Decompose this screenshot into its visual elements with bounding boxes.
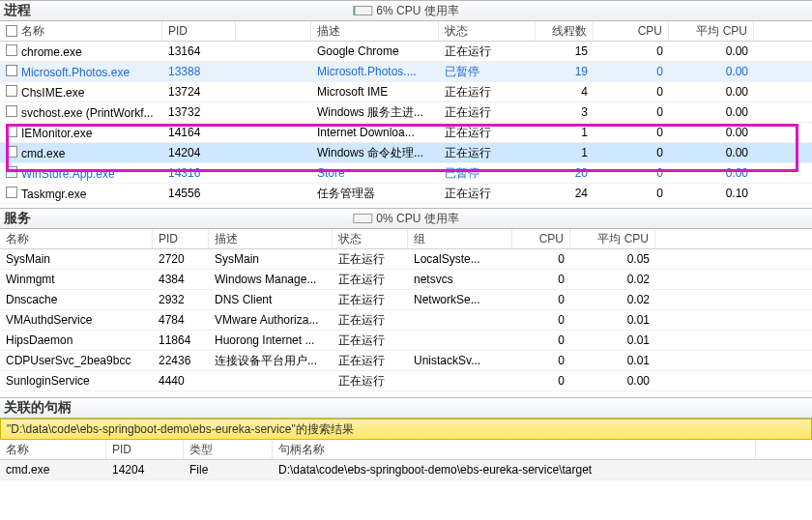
cell-cpu: 0 — [594, 85, 669, 99]
cell-desc: Google Chrome — [311, 44, 439, 58]
cell-pid: 4784 — [153, 313, 209, 327]
checkbox-icon[interactable] — [6, 105, 17, 117]
handles-columns[interactable]: 名称 PID 类型 句柄名称 — [0, 440, 812, 460]
cell-avgcpu: 0.05 — [570, 252, 655, 266]
cell-pid: 2720 — [153, 252, 209, 266]
cpu-usage-icon — [353, 214, 372, 223]
cell-pid: 2932 — [153, 293, 209, 306]
search-result-text: "D:\data\code\ebs-springboot-demo\ebs-eu… — [7, 421, 354, 438]
cell-avgcpu: 0.00 — [669, 44, 754, 58]
service-row[interactable]: SysMain2720SysMain正在运行LocalSyste...00.05 — [0, 249, 812, 270]
cell-cpu: 0 — [594, 187, 669, 200]
cell-status: 正在运行 — [333, 373, 408, 390]
cell-hname: D:\data\code\ebs-springboot-demo\ebs-eur… — [273, 463, 756, 477]
checkbox-icon[interactable] — [6, 65, 17, 76]
cell-status: 正在运行 — [333, 251, 408, 268]
checkbox-icon[interactable] — [6, 44, 17, 56]
checkbox-icon[interactable] — [6, 187, 17, 198]
cell-avgcpu: 0.10 — [669, 187, 754, 200]
cell-status: 正在运行 — [333, 332, 408, 349]
service-row[interactable]: Winmgmt4384Windows Manage...正在运行netsvcs0… — [0, 270, 812, 290]
cell-avgcpu: 0.02 — [570, 273, 655, 286]
cell-cpu: 0 — [512, 293, 570, 306]
col-cpu[interactable]: CPU — [594, 21, 669, 41]
process-row[interactable]: chrome.exe13164Google Chrome正在运行1500.00 — [0, 42, 812, 62]
cell-name: svchost.exe (PrintWorkf... — [0, 105, 162, 120]
process-row[interactable]: WinStore.App.exe14316Store已暂停2000.00 — [0, 163, 812, 184]
process-row[interactable]: svchost.exe (PrintWorkf...13732Windows 服… — [0, 102, 812, 123]
cell-cpu: 0 — [512, 273, 570, 286]
checkbox-icon[interactable] — [6, 25, 17, 37]
cell-cpu: 0 — [594, 44, 669, 58]
cell-pid: 14164 — [162, 126, 236, 139]
col-type[interactable]: 类型 — [184, 440, 273, 459]
cell-avgcpu: 0.00 — [669, 126, 754, 139]
service-row[interactable]: VMAuthdService4784VMware Authoriza...正在运… — [0, 310, 812, 331]
col-status[interactable]: 状态 — [333, 229, 408, 248]
col-name[interactable]: 名称 — [0, 440, 106, 459]
cpu-usage-label: 0% CPU 使用率 — [376, 211, 458, 227]
col-name[interactable]: 名称 — [0, 229, 153, 248]
service-row[interactable]: Dnscache2932DNS Client正在运行NetworkSe...00… — [0, 290, 812, 310]
services-columns[interactable]: 名称 PID 描述 状态 组 CPU 平均 CPU — [0, 229, 812, 249]
cell-pid: 13732 — [162, 105, 236, 119]
cell-pid: 4384 — [153, 273, 209, 286]
checkbox-icon[interactable] — [6, 166, 17, 178]
process-row[interactable]: Taskmgr.exe14556任务管理器正在运行2400.10 — [0, 184, 812, 204]
col-pid[interactable]: PID — [106, 440, 184, 459]
cell-name: CDPUserSvc_2bea9bcc — [0, 354, 153, 367]
process-row[interactable]: cmd.exe14204Windows 命令处理...正在运行100.00 — [0, 143, 812, 163]
cell-threads: 20 — [536, 166, 594, 180]
cell-name: chrome.exe — [0, 44, 162, 59]
col-name[interactable]: 名称 — [0, 21, 162, 41]
cell-desc: Windows Manage... — [209, 273, 333, 286]
cell-avgcpu: 0.00 — [669, 105, 754, 119]
cell-avgcpu: 0.01 — [570, 313, 655, 327]
service-row[interactable]: CDPUserSvc_2bea9bcc22436连接设备平台用户...正在运行U… — [0, 351, 812, 371]
handle-row[interactable]: cmd.exe14204FileD:\data\code\ebs-springb… — [0, 460, 812, 480]
cell-group: netsvcs — [408, 273, 512, 286]
services-body: SysMain2720SysMain正在运行LocalSyste...00.05… — [0, 249, 812, 391]
checkbox-icon[interactable] — [6, 146, 17, 158]
checkbox-icon[interactable] — [6, 126, 17, 137]
cell-pid: 22436 — [153, 354, 209, 367]
cell-type: File — [184, 463, 273, 477]
cell-avgcpu: 0.00 — [669, 166, 754, 180]
cell-cpu: 0 — [512, 252, 570, 266]
cell-name: Microsoft.Photos.exe — [0, 65, 162, 79]
col-group[interactable]: 组 — [408, 229, 512, 248]
process-row[interactable]: ChsIME.exe13724Microsoft IME正在运行400.00 — [0, 82, 812, 102]
service-row[interactable]: SunloginService4440正在运行00.00 — [0, 371, 812, 391]
cell-pid: 14204 — [162, 146, 236, 159]
col-avgcpu[interactable]: 平均 CPU — [669, 21, 754, 41]
cell-cpu: 0 — [594, 146, 669, 159]
cell-threads: 24 — [536, 187, 594, 200]
col-threads[interactable]: 线程数 — [536, 21, 594, 41]
cell-desc: Microsoft.Photos.... — [311, 65, 439, 78]
col-hname[interactable]: 句柄名称 — [273, 440, 756, 459]
process-row[interactable]: IEMonitor.exe14164Internet Downloa...正在运… — [0, 123, 812, 143]
cell-group: UnistackSv... — [408, 354, 512, 367]
services-grid: 名称 PID 描述 状态 组 CPU 平均 CPU SysMain2720Sys… — [0, 229, 812, 391]
col-avgcpu[interactable]: 平均 CPU — [570, 229, 655, 248]
col-desc[interactable]: 描述 — [209, 229, 333, 248]
cell-desc: 连接设备平台用户... — [209, 353, 333, 369]
cpu-usage-label: 6% CPU 使用率 — [376, 3, 458, 19]
cell-desc: Huorong Internet ... — [209, 333, 333, 347]
col-desc[interactable]: 描述 — [311, 21, 439, 41]
cell-desc: VMware Authoriza... — [209, 313, 333, 327]
handles-header[interactable]: 关联的句柄 — [0, 397, 812, 419]
col-status[interactable]: 状态 — [439, 21, 536, 41]
cell-pid: 13164 — [162, 44, 236, 58]
col-pid[interactable]: PID — [162, 21, 236, 41]
checkbox-icon[interactable] — [6, 85, 17, 97]
processes-title: 进程 — [4, 2, 31, 19]
processes-header[interactable]: 进程 6% CPU 使用率 — [0, 0, 812, 21]
service-row[interactable]: HipsDaemon11864Huorong Internet ...正在运行0… — [0, 331, 812, 351]
col-pid[interactable]: PID — [153, 229, 209, 248]
services-header[interactable]: 服务 0% CPU 使用率 — [0, 208, 812, 229]
processes-columns[interactable]: 名称 PID 描述 状态 线程数 CPU 平均 CPU — [0, 21, 812, 42]
cell-cpu: 0 — [512, 374, 570, 388]
process-row[interactable]: Microsoft.Photos.exe13388Microsoft.Photo… — [0, 62, 812, 82]
col-cpu[interactable]: CPU — [512, 229, 570, 248]
